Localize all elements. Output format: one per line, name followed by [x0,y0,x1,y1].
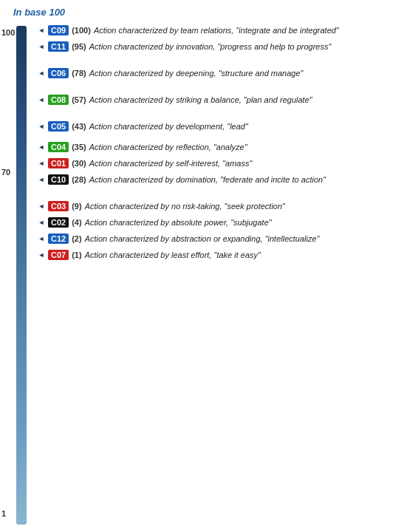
item-quote: "intellectualize" [265,234,320,243]
item-description: Action characterized by development, "le… [89,122,248,131]
list-item: C02 (4) Action characterized by absolute… [37,216,397,229]
arrow-icon [37,175,46,184]
item-description: Action characterized by absolute power, … [85,218,272,227]
code-badge: C04 [48,142,69,152]
arrow-icon [37,69,46,78]
item-quote: "take it easy" [214,250,261,259]
item-quote: "progress and help to progress" [217,42,331,51]
arrow-icon [37,42,46,51]
item-description: Action characterized by deepening, "stru… [89,69,304,78]
list-item: C12 (2) Action characterized by abstract… [37,232,397,245]
item-quote: "lead" [227,122,248,131]
score-value: (28) [72,175,86,184]
score-value: (30) [72,159,86,168]
arrow-icon [37,202,46,211]
list-item: C04 (35) Action characterized by reflect… [37,140,397,154]
list-item: C05 (43) Action characterized by develop… [37,120,397,133]
code-badge: C01 [48,158,69,168]
score-value: (35) [72,143,86,151]
item-quote: "subjugate" [230,218,272,227]
score-value: (95) [72,42,86,51]
score-value: (57) [72,95,86,104]
item-description: Action characterized by least effort, "t… [85,250,261,259]
arrow-icon [37,234,46,243]
code-badge: C07 [48,250,69,260]
list-item: C06 (78) Action characterized by deepeni… [37,66,397,80]
arrow-icon [37,143,46,151]
score-value: (43) [72,122,86,131]
item-quote: "analyze" [213,143,247,151]
code-badge: C06 [48,68,69,78]
score-value: (1) [72,250,81,259]
item-description: Action characterized by striking a balan… [89,95,312,104]
code-badge: C08 [48,95,69,105]
list-item: C10 (28) Action characterized by dominat… [37,173,397,186]
score-value: (4) [72,218,81,227]
axis-label-100: 100 [1,28,15,37]
item-quote: "federate and incite to action" [220,175,326,184]
list-item: C09 (100) Action characterized by team r… [37,24,397,37]
arrow-icon [37,250,46,259]
arrow-icon [37,26,46,35]
y-axis: 100 70 1 [0,0,30,532]
arrow-icon [37,218,46,227]
item-description: Action characterized by team relations, … [94,26,339,35]
score-value: (100) [72,26,91,35]
item-description: Action characterized by abstraction or e… [85,234,320,243]
item-description: Action characterized by domination, "fed… [89,175,326,184]
list-item: C07 (1) Action characterized by least ef… [37,248,397,262]
score-value: (9) [72,202,81,211]
arrow-icon [37,95,46,104]
list-item: C01 (30) Action characterized by self-in… [37,157,397,170]
list-item: C03 (9) Action characterized by no risk-… [37,200,397,213]
item-description: Action characterized by reflection, "ana… [89,143,247,151]
code-badge: C12 [48,233,69,244]
item-quote: "integrate and be integrated" [236,26,338,35]
item-quote: "seek protection" [225,202,285,211]
axis-label-1: 1 [1,509,6,518]
score-value: (2) [72,234,81,243]
item-quote: "plan and regulate" [244,95,312,104]
item-description: Action characterized by self-interest, "… [89,159,253,168]
axis-bar [16,26,27,525]
content-area: C09 (100) Action characterized by team r… [30,0,401,532]
item-quote: "structure and manage" [219,69,304,78]
code-badge: C03 [48,201,69,211]
item-description: Action characterized by no risk-taking, … [85,202,285,211]
arrow-icon [37,122,46,131]
code-badge: C09 [48,25,69,35]
code-badge: C05 [48,121,69,132]
code-badge: C10 [48,174,69,185]
list-item: C11 (95) Action characterized by innovat… [37,40,397,53]
axis-label-70: 70 [1,168,10,177]
score-value: (78) [72,69,86,78]
code-badge: C11 [48,41,69,52]
list-item: C08 (57) Action characterized by strikin… [37,93,397,106]
item-quote: "amass" [222,159,252,168]
item-description: Action characterized by innovation, "pro… [89,42,332,51]
arrow-icon [37,159,46,168]
code-badge: C02 [48,217,69,228]
